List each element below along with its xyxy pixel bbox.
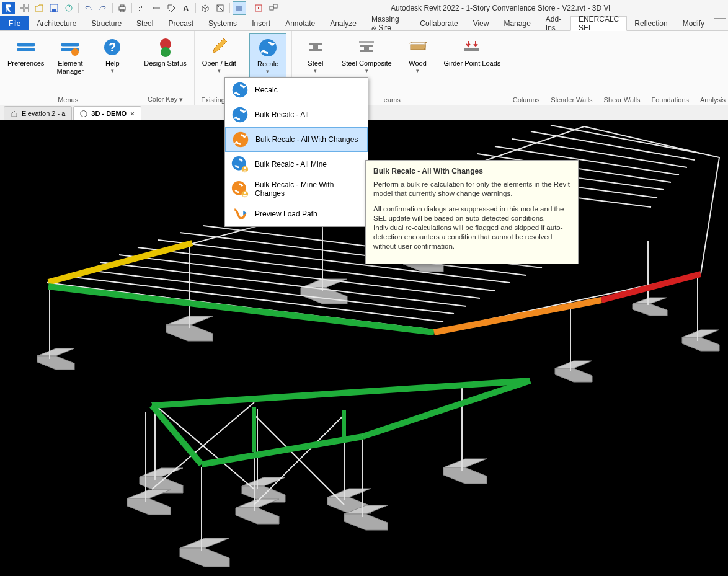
menu-precast[interactable]: Precast xyxy=(161,16,201,30)
svg-rect-4 xyxy=(25,9,29,12)
svg-line-58 xyxy=(601,274,701,300)
girder-loads-icon xyxy=(462,37,482,57)
svg-rect-2 xyxy=(25,4,29,7)
svg-rect-15 xyxy=(273,4,277,8)
recalc-user-orange-icon xyxy=(231,180,249,198)
svg-rect-8 xyxy=(119,7,125,10)
svg-line-49 xyxy=(48,243,192,282)
menu-view[interactable]: View xyxy=(466,16,497,30)
revit-logo-icon xyxy=(2,2,15,14)
menu-collaborate[interactable]: Collaborate xyxy=(412,16,465,30)
menu-right-controls xyxy=(712,16,728,30)
svg-text:A: A xyxy=(183,4,189,12)
qat-dimension-icon[interactable] xyxy=(149,1,163,15)
dd-bulk-mine[interactable]: Bulk Recalc - All Mine xyxy=(225,152,368,177)
svg-point-20 xyxy=(161,47,171,57)
recalc-orange-icon xyxy=(232,131,249,148)
doctab-3d[interactable]: 3D - DEMO × xyxy=(73,106,141,120)
qat-open-icon[interactable] xyxy=(32,1,46,15)
cube-icon xyxy=(80,110,87,117)
dd-recalc[interactable]: Recalc xyxy=(225,78,368,102)
tooltip-title: Bulk Recalc - All With Changes xyxy=(373,167,570,176)
dd-bulk-all-changes[interactable]: Bulk Recalc - All With Changes xyxy=(225,127,368,152)
qat-text-icon[interactable]: A xyxy=(179,1,193,15)
svg-rect-14 xyxy=(270,6,273,10)
help-icon: ? xyxy=(102,37,122,57)
panel-slender-walls[interactable]: Slender Walls xyxy=(551,96,592,104)
menu-enercalc[interactable]: ENERCALC SEL xyxy=(570,16,627,31)
qat-redo-icon[interactable] xyxy=(96,1,110,15)
dd-bulk-mine-changes[interactable]: Bulk Recalc - Mine With Changes xyxy=(225,177,368,202)
menu-analyze[interactable]: Analyze xyxy=(322,16,364,30)
qat-close-hidden-icon[interactable] xyxy=(252,1,265,15)
menu-architecture[interactable]: Architecture xyxy=(29,16,84,30)
help-button[interactable]: ? Help ▾ xyxy=(94,33,131,95)
qat-grid-icon[interactable] xyxy=(17,1,31,15)
panel-columns[interactable]: Columns xyxy=(513,96,539,104)
svg-line-42 xyxy=(84,270,454,314)
qat-measure-icon[interactable] xyxy=(135,1,148,15)
qat-tag-icon[interactable] xyxy=(164,1,178,15)
qat-save-icon[interactable] xyxy=(47,1,61,15)
ribbon-group-menus: Preferences Element Manager ? Help ▾ Men… xyxy=(0,31,136,105)
svg-rect-22 xyxy=(359,41,374,43)
element-manager-icon xyxy=(60,37,80,57)
tooltip: Bulk Recalc - All With Changes Perform a… xyxy=(365,160,579,264)
menu-systems[interactable]: Systems xyxy=(201,16,244,30)
menu-insert[interactable]: Insert xyxy=(244,16,278,30)
qat-print-icon[interactable] xyxy=(115,1,129,15)
ribbon-group-colorkey: Design Status Color Key ▾ xyxy=(136,31,194,105)
menu-manage[interactable]: Manage xyxy=(496,16,538,30)
steel-beam-icon xyxy=(306,37,326,57)
svg-rect-24 xyxy=(464,48,479,51)
steel-composite-icon xyxy=(357,37,376,57)
tooltip-p1: Perform a bulk re-calculation for only t… xyxy=(373,180,570,198)
design-status-icon xyxy=(156,37,175,57)
girder-point-loads-button[interactable]: Girder Point Loads xyxy=(442,33,504,95)
recalc-icon xyxy=(231,106,249,123)
menu-massing[interactable]: Massing & Site xyxy=(364,16,412,30)
menu-annotate[interactable]: Annotate xyxy=(278,16,322,30)
svg-text:?: ? xyxy=(109,40,116,54)
svg-rect-0 xyxy=(2,2,15,14)
window-title: Autodesk Revit 2022 - 1-Story Convenienc… xyxy=(391,4,610,12)
recalc-dropdown: Recalc Bulk Recalc - All Bulk Recalc - A… xyxy=(224,77,368,227)
dd-preview-load-path[interactable]: Preview Load Path xyxy=(225,202,368,226)
design-status-button[interactable]: Design Status xyxy=(141,33,189,94)
panel-toggle-icon[interactable] xyxy=(714,18,726,29)
menu-addins[interactable]: Add-Ins xyxy=(538,16,570,30)
preferences-icon xyxy=(16,37,36,57)
qat-sync-icon[interactable] xyxy=(62,1,76,15)
svg-line-41 xyxy=(68,277,443,322)
dd-bulk-all[interactable]: Bulk Recalc - All xyxy=(225,102,368,127)
svg-point-64 xyxy=(244,167,246,169)
svg-rect-9 xyxy=(120,5,124,7)
recalc-icon xyxy=(231,81,249,99)
home-icon xyxy=(11,110,18,117)
element-manager-button[interactable]: Element Manager xyxy=(51,33,89,95)
qat-thin-lines-icon[interactable] xyxy=(233,1,246,15)
panel-analysis[interactable]: Analysis xyxy=(700,96,726,104)
doctab-elevation[interactable]: Elevation 2 - a xyxy=(4,106,72,120)
close-tab-icon[interactable]: × xyxy=(130,110,134,117)
panel-shear-walls[interactable]: Shear Walls xyxy=(604,96,641,104)
preferences-button[interactable]: Preferences xyxy=(5,33,47,95)
qat-undo-icon[interactable] xyxy=(81,1,95,15)
menu-structure[interactable]: Structure xyxy=(84,16,129,30)
wood-button[interactable]: Wood ▾ xyxy=(399,33,437,95)
panel-foundations[interactable]: Foundations xyxy=(651,96,689,104)
menu-reflection[interactable]: Reflection xyxy=(627,16,675,30)
ribbon-panel-labels: Columns Slender Walls Shear Walls Founda… xyxy=(513,96,726,104)
qat-section-icon[interactable] xyxy=(213,1,227,15)
file-menu[interactable]: File xyxy=(0,16,29,30)
svg-point-67 xyxy=(244,192,246,194)
svg-point-7 xyxy=(66,5,72,11)
svg-rect-23 xyxy=(411,45,425,50)
title-bar: A Autodesk Revit 2022 - 1-Story Convenie… xyxy=(0,0,728,16)
menu-steel[interactable]: Steel xyxy=(129,16,161,30)
qat-3d-icon[interactable] xyxy=(198,1,212,15)
menu-modify[interactable]: Modify xyxy=(675,16,712,30)
svg-line-53 xyxy=(202,436,363,464)
pencil-icon xyxy=(209,37,229,57)
qat-switch-icon[interactable] xyxy=(267,1,280,15)
